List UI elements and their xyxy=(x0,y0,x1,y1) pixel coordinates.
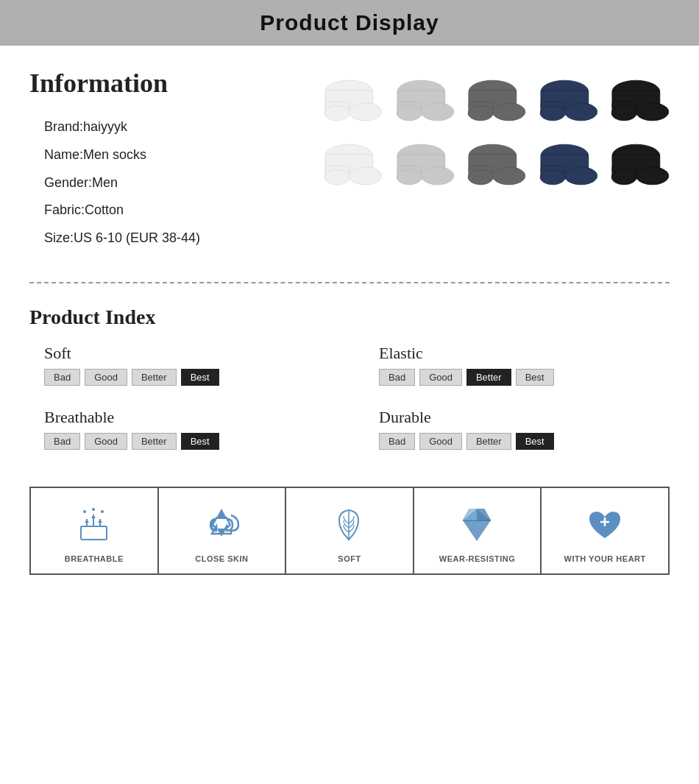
svg-point-32 xyxy=(421,167,453,185)
svg-point-39 xyxy=(468,169,493,184)
svg-marker-56 xyxy=(98,519,102,523)
svg-point-27 xyxy=(349,167,381,185)
soft-title: Soft xyxy=(44,344,335,363)
svg-marker-55 xyxy=(91,515,96,518)
breathable-good: Good xyxy=(85,433,127,450)
svg-point-4 xyxy=(324,105,350,120)
sock-black-1 xyxy=(603,75,670,130)
info-details: Brand:haiyyyk Name:Men socks Gender:Men … xyxy=(44,113,316,252)
soft-good: Good xyxy=(85,369,127,386)
page-title: Product Display xyxy=(0,10,699,35)
soft-label: SOFT xyxy=(338,554,361,563)
info-title: Information xyxy=(29,68,316,99)
svg-point-22 xyxy=(636,103,669,121)
index-item-durable: Durable Bad Good Better Best xyxy=(379,408,670,450)
index-item-soft: Soft Bad Good Better Best xyxy=(44,344,335,386)
feature-soft: SOFT xyxy=(286,488,414,573)
svg-point-17 xyxy=(564,103,597,121)
svg-marker-54 xyxy=(85,519,89,523)
sock-row-top xyxy=(316,75,670,130)
breathable-bad: Bad xyxy=(44,433,80,450)
dashed-divider xyxy=(29,282,670,283)
index-item-elastic: Elastic Bad Good Better Best xyxy=(379,344,670,386)
svg-point-42 xyxy=(564,167,597,185)
durable-best: Best xyxy=(516,433,554,450)
sock-darkgray-2 xyxy=(460,139,526,194)
sock-white-1 xyxy=(316,75,383,130)
svg-point-57 xyxy=(83,510,86,513)
gender-line: Gender:Men xyxy=(44,169,316,197)
header-bar: Product Display xyxy=(0,0,699,46)
heart-icon xyxy=(583,503,627,547)
index-section: Product Index Soft Bad Good Better Best … xyxy=(0,298,699,472)
svg-point-58 xyxy=(92,508,95,511)
sock-navy-2 xyxy=(532,139,598,194)
breathable-best: Best xyxy=(181,433,219,450)
soft-better: Better xyxy=(132,369,177,386)
elastic-better: Better xyxy=(466,369,511,386)
index-title: Product Index xyxy=(29,306,670,329)
recycle-icon xyxy=(199,503,244,547)
svg-point-34 xyxy=(397,169,422,184)
svg-point-24 xyxy=(611,105,636,120)
sock-darkgray-1 xyxy=(460,75,526,130)
soft-best: Best xyxy=(181,369,219,386)
soft-bad: Bad xyxy=(44,369,80,386)
svg-point-14 xyxy=(468,105,493,120)
index-grid: Soft Bad Good Better Best Elastic Bad Go… xyxy=(44,344,670,457)
features-section: BREATHABLE CLOSE SKIN xyxy=(29,487,670,575)
feature-close-skin: CLOSE SKIN xyxy=(159,488,287,573)
svg-point-19 xyxy=(540,105,565,120)
elastic-rating-row: Bad Good Better Best xyxy=(379,369,670,386)
brand-line: Brand:haiyyyk xyxy=(44,113,316,141)
svg-point-2 xyxy=(349,103,381,121)
svg-point-29 xyxy=(324,169,350,184)
sock-black-2 xyxy=(603,139,670,194)
name-line: Name:Men socks xyxy=(44,141,316,169)
info-section: Information Brand:haiyyyk Name:Men socks… xyxy=(0,46,699,267)
wear-resisting-label: WEAR-RESISTING xyxy=(439,554,516,563)
feature-with-your-heart: WITH YOUR HEART xyxy=(542,488,668,573)
sock-navy-1 xyxy=(532,75,598,130)
svg-point-12 xyxy=(493,103,525,121)
durable-rating-row: Bad Good Better Best xyxy=(379,433,670,450)
sock-gray-1 xyxy=(388,75,455,130)
svg-point-37 xyxy=(493,167,525,185)
fabric-line: Fabric:Cotton xyxy=(44,197,316,225)
soft-rating-row: Bad Good Better Best xyxy=(44,369,335,386)
diamond-icon xyxy=(455,503,500,547)
breathable-icon xyxy=(72,503,116,547)
elastic-best: Best xyxy=(516,369,554,386)
size-line: Size:US 6-10 (EUR 38-44) xyxy=(44,225,316,252)
elastic-title: Elastic xyxy=(379,344,670,363)
svg-point-49 xyxy=(611,169,636,184)
svg-point-47 xyxy=(636,167,669,185)
svg-point-7 xyxy=(421,103,453,121)
breathable-rating-row: Bad Good Better Best xyxy=(44,433,335,450)
sock-white-2 xyxy=(316,139,383,194)
svg-point-59 xyxy=(101,510,104,513)
breathable-title: Breathable xyxy=(44,408,335,427)
durable-good: Good xyxy=(419,433,462,450)
svg-point-9 xyxy=(397,105,422,120)
sock-images xyxy=(316,68,670,252)
breathable-better: Better xyxy=(132,433,177,450)
elastic-bad: Bad xyxy=(379,369,415,386)
index-item-breathable: Breathable Bad Good Better Best xyxy=(44,408,335,450)
sock-gray-2 xyxy=(388,139,455,194)
feather-icon xyxy=(327,503,372,547)
with-your-heart-label: WITH YOUR HEART xyxy=(564,554,646,563)
durable-title: Durable xyxy=(379,408,670,427)
close-skin-label: CLOSE SKIN xyxy=(195,554,248,563)
breathable-label: BREATHABLE xyxy=(65,554,124,563)
elastic-good: Good xyxy=(419,369,462,386)
svg-rect-50 xyxy=(81,526,107,540)
svg-point-44 xyxy=(540,169,565,184)
durable-better: Better xyxy=(466,433,511,450)
sock-row-bottom xyxy=(316,139,670,194)
feature-breathable: BREATHABLE xyxy=(31,488,159,573)
durable-bad: Bad xyxy=(379,433,415,450)
feature-wear-resisting: WEAR-RESISTING xyxy=(414,488,542,573)
info-left: Information Brand:haiyyyk Name:Men socks… xyxy=(29,68,316,252)
